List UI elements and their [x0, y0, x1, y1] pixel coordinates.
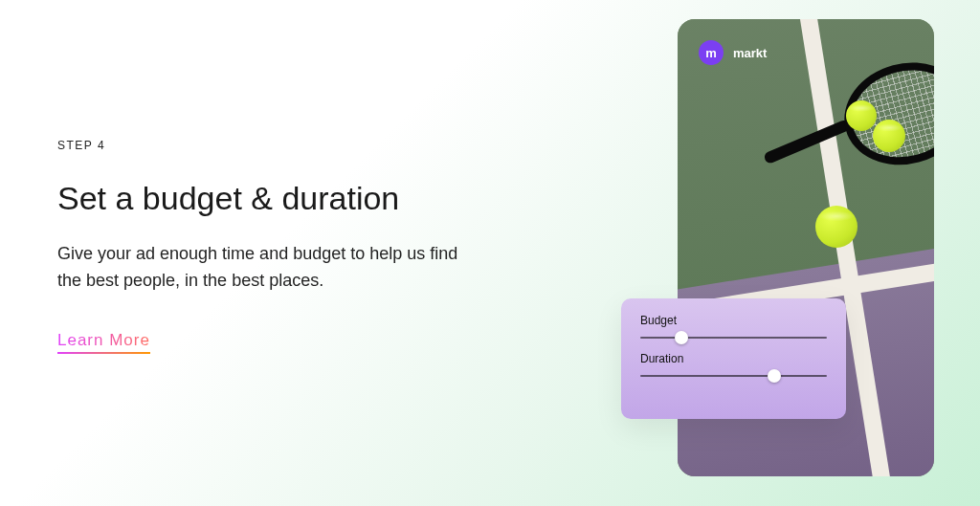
- brand-name: markt: [733, 46, 767, 60]
- step-content: STEP 4 Set a budget & duration Give your…: [57, 139, 459, 354]
- step-label: STEP 4: [57, 139, 459, 152]
- learn-more-link[interactable]: Learn More: [57, 331, 150, 354]
- budget-duration-card: Budget Duration: [621, 298, 846, 419]
- tennis-ball-icon: [846, 100, 877, 131]
- budget-slider-thumb[interactable]: [675, 331, 688, 344]
- budget-slider-group: Budget: [640, 314, 827, 339]
- budget-slider[interactable]: [640, 337, 827, 339]
- duration-slider-label: Duration: [640, 352, 827, 365]
- duration-slider-group: Duration: [640, 352, 827, 377]
- step-heading: Set a budget & duration: [57, 179, 459, 218]
- duration-slider[interactable]: [640, 375, 827, 377]
- step-description: Give your ad enough time and budget to h…: [57, 241, 459, 295]
- tennis-ball-icon: [873, 120, 905, 152]
- duration-slider-thumb[interactable]: [768, 369, 781, 383]
- budget-slider-label: Budget: [640, 314, 827, 327]
- brand-logo-icon: m: [699, 40, 724, 65]
- tennis-ball-icon: [815, 206, 858, 248]
- brand-badge: m markt: [699, 40, 767, 65]
